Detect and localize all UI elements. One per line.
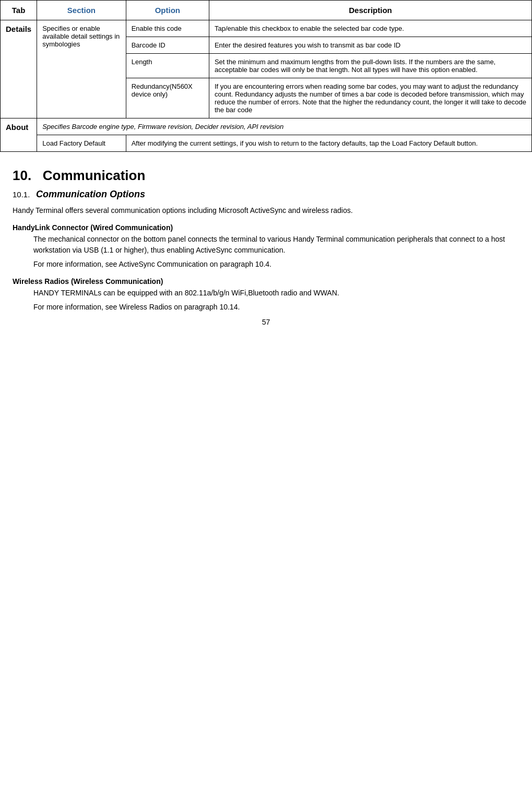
col-header-tab: Tab (1, 1, 37, 20)
col-header-option: Option (126, 1, 209, 20)
section-number: 10. (13, 168, 31, 183)
handylink-para2: For more information, see ActiveSync Com… (33, 259, 519, 270)
tab-details: Details (1, 20, 37, 118)
about-specifies: Specifies Barcode engine type, Firmware … (37, 118, 532, 135)
subsection-number: 10.1. (13, 190, 30, 199)
table-row: Details Specifies or enable available de… (1, 20, 532, 37)
option-length: Length (126, 54, 209, 78)
page-number: 57 (13, 318, 519, 326)
section-heading: 10. Communication (13, 168, 145, 183)
subsection-title: Communication Options (36, 189, 145, 199)
desc-load-factory: After modifying the current settings, if… (126, 135, 531, 152)
section-title: Communication (43, 168, 145, 183)
section-details: Specifies or enable available detail set… (37, 20, 126, 118)
option-redundancy: Redundancy(N560X device only) (126, 78, 209, 118)
option-enable-code: Enable this code (126, 20, 209, 37)
desc-length: Set the minimum and maximum lengths from… (209, 54, 531, 78)
table-row: About Specifies Barcode engine type, Fir… (1, 118, 532, 135)
wireless-para2: For more information, see Wireless Radio… (33, 302, 519, 313)
main-table: Tab Section Option Description Details S… (0, 0, 532, 152)
handylink-heading: HandyLink Connector (Wired Communication… (13, 223, 519, 232)
document-content: 10. Communication 10.1. Communication Op… (0, 152, 532, 337)
desc-redundancy: If you are encountering errors when read… (209, 78, 531, 118)
option-barcode-id: Barcode ID (126, 37, 209, 54)
wireless-para1: HANDY TERMINALs can be equipped with an … (33, 288, 519, 299)
option-load-factory: Load Factory Default (37, 135, 126, 152)
col-header-section: Section (37, 1, 126, 20)
intro-text: Handy Terminal offers several communicat… (13, 205, 519, 216)
table-row: Load Factory Default After modifying the… (1, 135, 532, 152)
wireless-heading: Wireless Radios (Wireless Communication) (13, 277, 519, 286)
desc-enable-code: Tap/enable this checkbox to enable the s… (209, 20, 531, 37)
col-header-description: Description (209, 1, 531, 20)
handylink-para1: The mechanical connector on the bottom p… (33, 234, 519, 256)
desc-barcode-id: Enter the desired features you wish to t… (209, 37, 531, 54)
tab-about: About (1, 118, 37, 152)
